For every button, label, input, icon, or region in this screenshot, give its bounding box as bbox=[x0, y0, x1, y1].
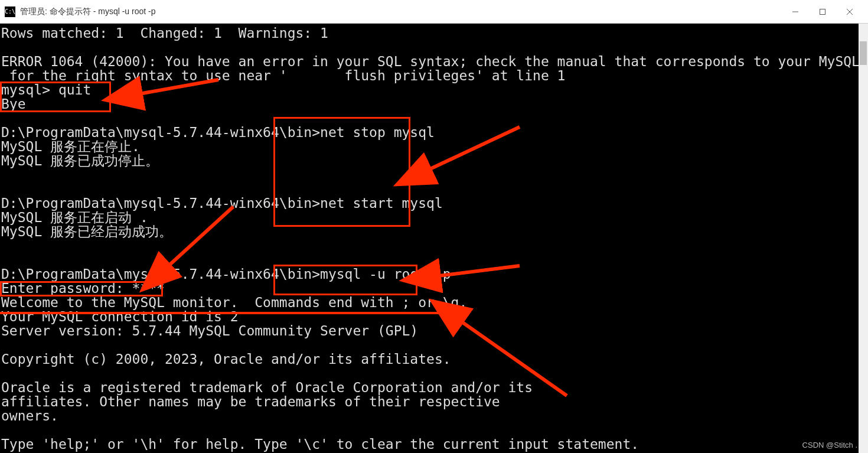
watermark: CSDN @Stitch . bbox=[802, 441, 857, 449]
window-titlebar: C:\ 管理员: 命令提示符 - mysql -u root -p bbox=[0, 0, 868, 24]
svg-rect-1 bbox=[820, 9, 825, 14]
close-button[interactable] bbox=[836, 2, 863, 21]
terminal-output[interactable]: Rows matched: 1 Changed: 1 Warnings: 1 E… bbox=[0, 24, 868, 453]
scroll-thumb[interactable] bbox=[860, 41, 867, 65]
window-title: 管理员: 命令提示符 - mysql -u root -p bbox=[20, 6, 782, 17]
maximize-button[interactable] bbox=[809, 2, 836, 21]
scrollbar-vertical[interactable] bbox=[859, 24, 868, 453]
cmd-icon: C:\ bbox=[5, 6, 15, 17]
minimize-button[interactable] bbox=[782, 2, 809, 21]
window-controls bbox=[782, 2, 863, 21]
